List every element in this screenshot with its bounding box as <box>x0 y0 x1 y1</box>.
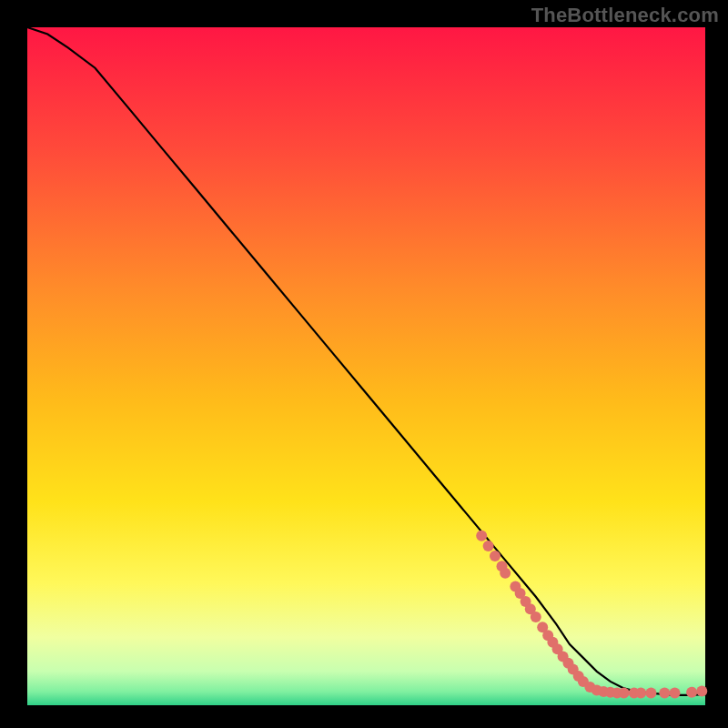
data-point-marker <box>490 551 500 561</box>
attribution-text: TheBottleneck.com <box>531 4 719 27</box>
data-point-marker <box>670 688 681 699</box>
data-point-markers <box>476 531 707 699</box>
bottleneck-curve-plot <box>27 27 705 705</box>
data-point-marker <box>686 687 697 698</box>
bottleneck-curve-line <box>27 27 705 695</box>
data-point-marker <box>476 531 487 541</box>
data-point-marker <box>531 612 541 622</box>
data-point-marker <box>696 685 707 696</box>
data-point-marker <box>619 688 630 699</box>
data-point-marker <box>635 688 646 699</box>
data-point-marker <box>659 688 670 699</box>
data-point-marker <box>500 568 511 579</box>
plot-area <box>27 27 705 705</box>
data-point-marker <box>645 688 656 699</box>
chart-container: TheBottleneck.com <box>0 0 728 728</box>
data-point-marker <box>483 541 494 551</box>
